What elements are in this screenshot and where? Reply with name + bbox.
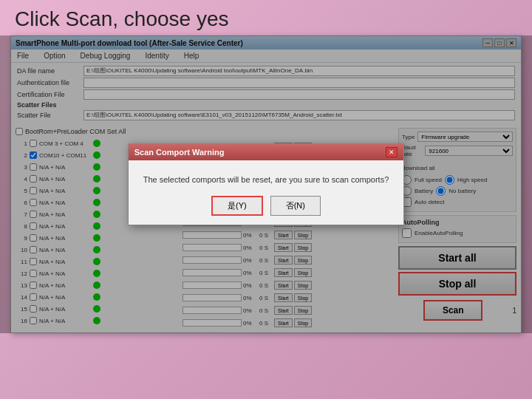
modal-message: The selected comports will be reset, are… (143, 175, 389, 184)
modal-close-button[interactable]: ✕ (386, 147, 398, 157)
modal-title-bar: Scan Comport Warning ✕ (129, 144, 404, 160)
modal-no-button[interactable]: 否(N) (270, 196, 321, 216)
scan-comport-warning-dialog: Scan Comport Warning ✕ The selected comp… (128, 143, 405, 225)
modal-buttons: 是(Y) 否(N) (143, 196, 389, 216)
slide-title: Click Scan, choose yes (0, 0, 532, 35)
modal-yes-button[interactable]: 是(Y) (211, 196, 263, 216)
modal-overlay: Scan Comport Warning ✕ The selected comp… (0, 35, 532, 333)
modal-title-text: Scan Comport Warning (134, 148, 225, 157)
app-container: SmartPhone Multi-port download tool (Aft… (0, 35, 532, 333)
modal-body: The selected comports will be reset, are… (129, 160, 404, 225)
